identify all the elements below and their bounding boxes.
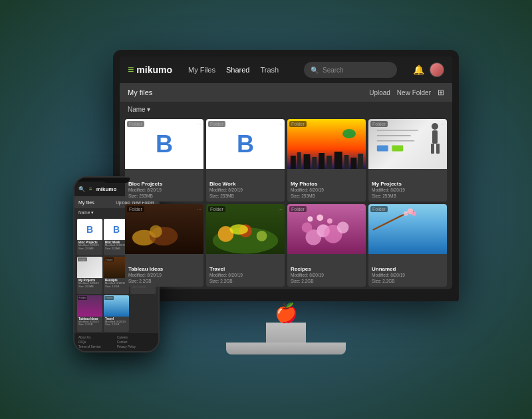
more-button[interactable]: ··· <box>359 121 364 127</box>
file-name: Travel <box>209 266 281 272</box>
svg-point-26 <box>229 224 248 235</box>
imac-screen-inner: ≡ mikumo My Files Shared Trash 🔍 Search … <box>120 57 452 289</box>
grid-view-icon[interactable]: ⊞ <box>438 88 444 97</box>
svg-rect-3 <box>312 157 317 169</box>
file-card-info: My Projects Modified: 8/20/19Size: 253MB <box>368 179 447 202</box>
svg-point-15 <box>432 123 438 130</box>
logo-text: mikumo <box>136 65 172 75</box>
svg-rect-8 <box>350 158 356 169</box>
file-card-info: Bloc Work Modified: 8/20/19Size: 253MB <box>206 179 285 202</box>
mobile-file-card <box>130 295 156 332</box>
bell-icon[interactable]: 🔔 <box>413 65 424 75</box>
svg-point-21 <box>150 225 162 238</box>
file-name: Bloc Work <box>209 181 281 187</box>
svg-rect-14 <box>392 146 403 152</box>
mobile-logo-icon: ≡ <box>89 186 92 192</box>
file-meta: Modified: 8/20/19Size: 2.2GB <box>128 273 200 284</box>
nav-my-files[interactable]: My Files <box>188 66 215 74</box>
toolbar-actions: Upload New Folder ⊞ <box>369 88 444 97</box>
svg-point-29 <box>302 222 313 233</box>
svg-rect-5 <box>327 156 332 169</box>
breadcrumb: My files <box>128 88 152 96</box>
file-card-travel[interactable]: Folder ··· Travel Modified: 8/20/19Size:… <box>206 204 285 287</box>
svg-rect-9 <box>358 154 363 169</box>
search-bar[interactable]: 🔍 Search <box>304 62 397 78</box>
imac-stand-neck <box>266 323 306 343</box>
mobile-sort-label[interactable]: Name ▾ <box>78 210 94 215</box>
mobile-file-meta: Modified: 8/20/19Size: 2.2GB <box>105 321 128 327</box>
file-thumb: Folder ··· <box>287 119 366 179</box>
file-card-info: Tableau Ideas Modified: 8/20/19Size: 2.2… <box>125 264 203 287</box>
mobile-footer-about[interactable]: About Us <box>78 336 116 339</box>
file-thumb: B Folder ··· <box>206 119 285 179</box>
file-card-tableau[interactable]: Folder ··· Tableau Ideas Modified: 8/20/… <box>125 204 203 287</box>
more-button[interactable]: ··· <box>359 206 364 212</box>
mobile-file-meta: Modified: 8/20/19Size: 2.2GB <box>105 282 128 289</box>
nav-trash[interactable]: Trash <box>260 66 279 74</box>
mobile-footer-terms[interactable]: Terms of Service <box>78 345 116 349</box>
mobile-folder-tag: Folder <box>104 257 114 261</box>
more-button[interactable]: ··· <box>197 206 201 212</box>
file-card-my-projects[interactable]: Folder ··· My Projects Modified: 8/20/19… <box>368 119 447 202</box>
file-name: Tableau Ideas <box>128 266 200 272</box>
mobile-search-icon[interactable]: 🔍 <box>78 186 85 192</box>
file-card-recipes[interactable]: Folder ··· Recipes Modified: 8/20/19Size… <box>287 204 366 287</box>
folder-tag: Folder <box>208 206 225 212</box>
more-button[interactable]: ··· <box>278 121 283 127</box>
desktop-app: ≡ mikumo My Files Shared Trash 🔍 Search … <box>120 57 452 289</box>
file-card-info: Recipes Modified: 8/20/19Size: 2.2GB <box>287 264 366 287</box>
file-card-bloc-projects[interactable]: B Folder ··· Bloc Projects Modified: 8/2… <box>125 119 203 202</box>
mobile-file-card[interactable]: Folder My Projects Modified: 8/20/19Size… <box>77 257 102 293</box>
mobile-file-card[interactable]: Folder Tableau Ideas Modified: 8/20/19Si… <box>77 295 102 332</box>
file-card-my-photos[interactable]: Folder ··· My Photos Modified: 8/20/19Si… <box>287 119 366 202</box>
mobile-folder-tag: Folder <box>78 257 87 261</box>
new-folder-btn[interactable]: New Folder <box>397 89 431 96</box>
more-button[interactable]: ··· <box>278 206 283 212</box>
sort-label[interactable]: Name ▾ <box>128 106 150 113</box>
mobile-footer-careers[interactable]: Careers <box>117 336 154 339</box>
imac-mockup: 🔍 ≡ mikumo ☰ My files Upload New Folder <box>113 50 459 369</box>
mobile-file-meta: Modified: 8/20/19Size: 2.2GB <box>78 321 101 327</box>
file-card-info: My Photos Modified: 8/20/19Size: 253MB <box>287 179 366 202</box>
file-name: My Photos <box>291 181 362 187</box>
svg-rect-2 <box>304 154 311 169</box>
mobile-footer-contact[interactable]: Contact <box>117 341 154 344</box>
top-nav: ≡ mikumo My Files Shared Trash 🔍 Search … <box>120 57 452 83</box>
svg-rect-6 <box>334 152 342 169</box>
svg-rect-17 <box>431 144 434 154</box>
more-button[interactable]: ··· <box>197 121 201 127</box>
file-meta: Modified: 8/20/19Size: 2.2GB <box>209 273 281 284</box>
file-card-bloc-work[interactable]: B Folder ··· Bloc Work Modified: 8/20/19… <box>206 119 285 202</box>
file-grid: B Folder ··· Bloc Projects Modified: 8/2… <box>120 116 452 289</box>
mobile-file-card[interactable]: B Bloc Projects Modified: 8/20/19Size: 2… <box>77 219 102 255</box>
mobile-footer-faqs[interactable]: FAQs <box>78 341 116 344</box>
toolbar: My files Upload New Folder ⊞ <box>120 83 452 102</box>
file-card-unnamed[interactable]: Folder ··· Unnamed Modified: 8/20/19Size… <box>368 204 447 287</box>
more-button[interactable]: ··· <box>440 121 445 127</box>
folder-tag: Folder <box>289 121 307 127</box>
file-meta: Modified: 8/20/19Size: 253MB <box>372 188 444 199</box>
mobile-file-card[interactable]: Folder Travel Modified: 8/20/19Size: 2.2… <box>104 295 129 332</box>
file-name: Bloc Projects <box>128 181 200 187</box>
search-icon: 🔍 <box>311 67 319 74</box>
svg-rect-4 <box>319 153 325 169</box>
iphone-notch <box>103 178 130 183</box>
mobile-folder-tag: Folder <box>104 296 114 300</box>
sort-bar: Name ▾ <box>120 102 452 116</box>
mobile-folder-tag: Folder <box>78 296 87 300</box>
folder-tag: Folder <box>370 121 388 127</box>
mobile-footer-privacy[interactable]: Privacy Policy <box>117 345 154 349</box>
file-thumb: Folder ··· <box>368 119 447 179</box>
upload-btn[interactable]: Upload <box>369 89 390 96</box>
more-button[interactable]: ··· <box>440 206 445 212</box>
folder-tag: Folder <box>289 206 307 212</box>
avatar[interactable] <box>430 63 444 77</box>
svg-rect-18 <box>436 144 440 154</box>
search-placeholder: Search <box>323 67 344 74</box>
svg-point-32 <box>317 214 323 221</box>
imac-screen-outer: ≡ mikumo My Files Shared Trash 🔍 Search … <box>113 50 459 296</box>
file-card-info: Travel Modified: 8/20/19Size: 2.2GB <box>206 264 285 287</box>
mobile-file-meta: Modified: 8/20/19Size: 253MB <box>78 244 101 251</box>
nav-shared[interactable]: Shared <box>226 66 249 74</box>
folder-tag: Folder <box>127 121 144 127</box>
